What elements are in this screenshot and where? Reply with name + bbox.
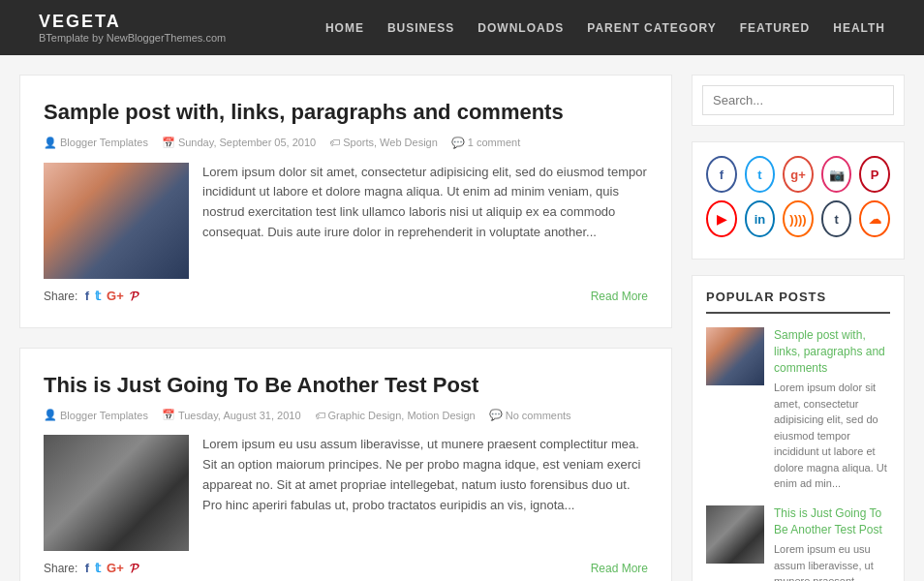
search-box [692, 75, 905, 126]
user-icon: 👤 [44, 137, 57, 149]
social-grid: f t g+ 📷 P ▶ in )))) t ☁ [692, 141, 905, 260]
nav-parent-category[interactable]: PARENT CATEGORY [587, 21, 716, 35]
popular-excerpt-2: Lorem ipsum eu usu assum liberavisse, ut… [774, 541, 890, 581]
post-share-1: Share: f 𝕥 G+ 𝓟 [44, 289, 139, 304]
share-facebook-1[interactable]: f [85, 289, 89, 304]
sidebar: f t g+ 📷 P ▶ in )))) t ☁ POPULAR POSTS S… [692, 75, 905, 581]
read-more-2[interactable]: Read More [591, 562, 648, 575]
popular-thumb-1 [706, 327, 764, 385]
popular-title-2[interactable]: This is Just Going To Be Another Test Po… [774, 505, 890, 538]
post-title-1[interactable]: Sample post with, links, paragraphs and … [44, 99, 648, 127]
social-youtube[interactable]: ▶ [706, 200, 737, 237]
calendar-icon-2: 📅 [162, 409, 175, 421]
popular-excerpt-1: Lorem ipsum dolor sit amet, consectetur … [774, 380, 890, 492]
post-comments-1: 💬 1 comment [451, 137, 520, 149]
popular-item-2: This is Just Going To Be Another Test Po… [706, 505, 890, 581]
site-subtitle: BTemplate by NewBloggerThemes.com [39, 32, 226, 44]
share-pinterest-2[interactable]: 𝓟 [130, 561, 139, 576]
tag-icon-2: 🏷 [315, 410, 325, 421]
share-facebook-2[interactable]: f [85, 561, 89, 576]
nav-business[interactable]: BUSINESS [387, 21, 454, 35]
post-thumbnail-2 [44, 435, 189, 551]
social-googleplus[interactable]: g+ [783, 156, 814, 193]
user-icon-2: 👤 [44, 409, 57, 421]
post-thumbnail-1 [44, 163, 189, 279]
post-author-1: 👤 Blogger Templates [44, 137, 148, 149]
social-row-2: ▶ in )))) t ☁ [706, 200, 890, 237]
post-body-1: Lorem ipsum dolor sit amet, consectetur … [44, 163, 648, 279]
popular-thumb-2 [706, 505, 764, 564]
tag-icon: 🏷 [329, 137, 340, 148]
share-pinterest-1[interactable]: 𝓟 [130, 289, 139, 304]
social-twitter[interactable]: t [745, 156, 776, 193]
site-title: VEGETA [39, 12, 226, 32]
comment-icon-2: 💬 [489, 409, 503, 421]
nav-home[interactable]: HOME [325, 21, 364, 35]
post-date-2: 📅 Tuesday, August 31, 2010 [162, 409, 301, 421]
popular-info-1: Sample post with, links, paragraphs and … [774, 327, 890, 492]
post-card-2: This is Just Going To Be Another Test Po… [19, 348, 672, 581]
search-input[interactable] [702, 85, 894, 115]
post-footer-2: Share: f 𝕥 G+ 𝓟 Read More [44, 561, 648, 576]
share-googleplus-2[interactable]: G+ [107, 561, 124, 576]
social-linkedin[interactable]: in [745, 200, 776, 237]
social-row-1: f t g+ 📷 P [706, 156, 890, 193]
social-tumblr[interactable]: t [821, 200, 852, 237]
share-twitter-2[interactable]: 𝕥 [95, 561, 101, 576]
nav-featured[interactable]: FEATURED [740, 21, 810, 35]
popular-posts-title: POPULAR POSTS [706, 290, 890, 314]
social-soundcloud[interactable]: ☁ [859, 200, 890, 237]
share-icons-1: f 𝕥 G+ 𝓟 [85, 289, 139, 304]
calendar-icon: 📅 [162, 137, 175, 149]
post-title-2[interactable]: This is Just Going To Be Another Test Po… [44, 372, 648, 400]
popular-title-1[interactable]: Sample post with, links, paragraphs and … [774, 327, 890, 376]
post-footer-1: Share: f 𝕥 G+ 𝓟 Read More [44, 289, 648, 304]
post-meta-1: 👤 Blogger Templates 📅 Sunday, September … [44, 137, 648, 149]
share-googleplus-1[interactable]: G+ [107, 289, 124, 304]
post-tags-1: 🏷 Sports, Web Design [329, 137, 438, 148]
post-meta-2: 👤 Blogger Templates 📅 Tuesday, August 31… [44, 409, 648, 421]
comment-icon: 💬 [451, 137, 465, 149]
social-pinterest[interactable]: P [859, 156, 890, 193]
nav-downloads[interactable]: DOWNLOADS [477, 21, 564, 35]
post-share-2: Share: f 𝕥 G+ 𝓟 [44, 561, 139, 576]
read-more-1[interactable]: Read More [591, 290, 648, 303]
social-facebook[interactable]: f [706, 156, 737, 193]
header: VEGETA BTemplate by NewBloggerThemes.com… [0, 0, 924, 55]
post-card-1: Sample post with, links, paragraphs and … [19, 75, 672, 328]
main-content: Sample post with, links, paragraphs and … [19, 75, 672, 581]
main-nav: HOME BUSINESS DOWNLOADS PARENT CATEGORY … [325, 21, 885, 35]
share-twitter-1[interactable]: 𝕥 [95, 289, 101, 304]
popular-posts-section: POPULAR POSTS Sample post with, links, p… [692, 275, 905, 581]
social-rss[interactable]: )))) [783, 200, 814, 237]
post-author-2: 👤 Blogger Templates [44, 409, 148, 421]
post-date-1: 📅 Sunday, September 05, 2010 [162, 137, 316, 149]
post-comments-2: 💬 No comments [489, 409, 571, 421]
post-excerpt-1: Lorem ipsum dolor sit amet, consectetur … [202, 163, 648, 279]
social-instagram[interactable]: 📷 [821, 156, 852, 193]
nav-health[interactable]: HEALTH [833, 21, 885, 35]
brand: VEGETA BTemplate by NewBloggerThemes.com [39, 12, 226, 44]
share-icons-2: f 𝕥 G+ 𝓟 [85, 561, 139, 576]
post-excerpt-2: Lorem ipsum eu usu assum liberavisse, ut… [202, 435, 648, 551]
popular-info-2: This is Just Going To Be Another Test Po… [774, 505, 890, 581]
popular-item-1: Sample post with, links, paragraphs and … [706, 327, 890, 492]
post-body-2: Lorem ipsum eu usu assum liberavisse, ut… [44, 435, 648, 551]
post-tags-2: 🏷 Graphic Design, Motion Design [315, 410, 476, 421]
